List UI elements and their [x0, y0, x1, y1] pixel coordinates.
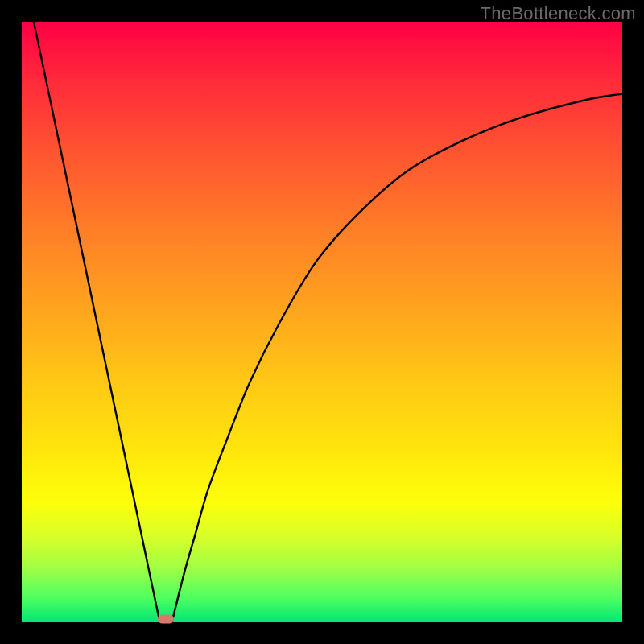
minimum-marker — [158, 615, 174, 624]
curve-right-branch — [172, 94, 623, 622]
plot-area — [22, 22, 622, 622]
curve-svg — [22, 22, 622, 622]
chart-frame: TheBottleneck.com — [0, 0, 644, 644]
curve-left-branch — [34, 22, 160, 622]
attribution-label: TheBottleneck.com — [481, 3, 636, 24]
